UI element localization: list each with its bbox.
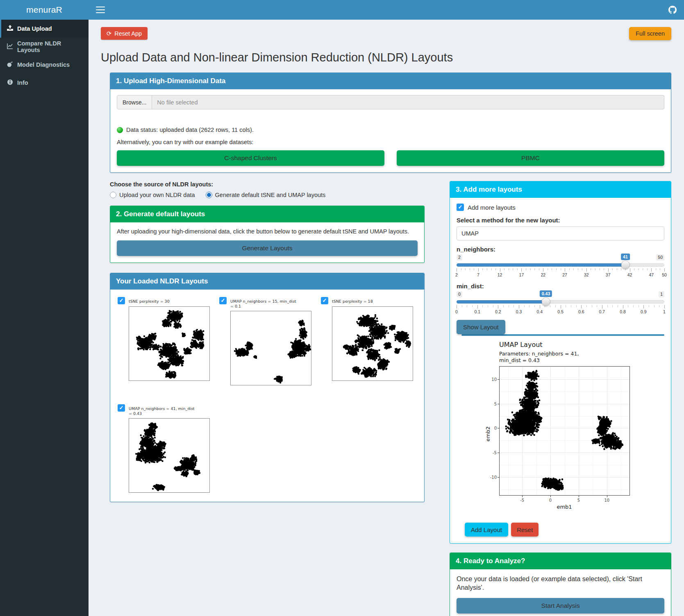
- loaded-layouts-header: Your Loaded NLDR Layouts: [110, 273, 424, 290]
- app-window: menuraR Data UploadCompare NLDR LayoutsM…: [0, 0, 684, 616]
- plot-ylabel: emb2: [485, 426, 491, 442]
- layout-checkbox[interactable]: ✓: [321, 297, 328, 304]
- sidebar-item-compare-nldr-layouts[interactable]: Compare NLDR Layouts: [0, 38, 89, 56]
- info-icon: [7, 79, 13, 86]
- add-more-layouts-label: Add more layouts: [468, 204, 516, 211]
- toolbar: ⟳ Reset App Full screen: [101, 27, 671, 40]
- thumbnail-caption: UMAP n_neighbors = 15, min_dist = 0.1: [230, 299, 299, 309]
- sidebar-item-label: Info: [17, 79, 28, 86]
- github-icon[interactable]: [668, 6, 677, 14]
- source-radio-1[interactable]: Generate default tSNE and UMAP layouts: [206, 192, 326, 198]
- slider-value-badge: 41: [621, 254, 630, 260]
- main-content: ⟳ Reset App Full screen Upload Data and …: [89, 20, 684, 616]
- sidebar-item-model-diagnostics[interactable]: Model Diagnostics: [0, 56, 89, 74]
- analyze-description: Once your data is loaded (or example dat…: [457, 575, 664, 592]
- thumbnail-caption: UMAP n_neighbors = 41, min_dist = 0.43: [129, 406, 198, 416]
- radio-label: Upload your own NLDR data: [119, 192, 195, 198]
- right-column: 3. Add more layouts ✓ Add more layouts S…: [450, 181, 671, 616]
- radio-label: Generate default tSNE and UMAP layouts: [215, 192, 326, 198]
- loaded-layouts-body: ✓tSNE perplexity = 30✓UMAP n_neighbors =…: [110, 290, 424, 502]
- slider-handle[interactable]: [621, 260, 629, 269]
- layout-thumbnail-3: ✓UMAP n_neighbors = 41, min_dist = 0.43: [118, 404, 214, 493]
- sidebar-item-data-upload[interactable]: Data Upload: [0, 20, 89, 38]
- analyze-box-header: 4. Ready to Analyze?: [450, 553, 671, 569]
- thumb-column: tSNE perplexity = 18: [332, 297, 413, 381]
- sidebar-item-info[interactable]: Info: [0, 74, 89, 92]
- page-title: Upload Data and Non-linear Dimension Red…: [101, 51, 671, 64]
- slider-fill: [457, 300, 546, 303]
- layout-checkbox[interactable]: ✓: [118, 404, 125, 412]
- generate-box: 2. Generate default layouts After upload…: [110, 206, 425, 263]
- umap-plot: UMAP Layout Parameters: n_neighbors = 41…: [457, 340, 664, 519]
- slider-0[interactable]: 2504127121722273237424750: [457, 254, 664, 277]
- source-choice: Choose the source of NLDR layouts: Uploa…: [110, 181, 425, 198]
- thumb-column: UMAP n_neighbors = 41, min_dist = 0.43: [129, 404, 210, 493]
- slider-value-badge: 0.43: [540, 290, 552, 297]
- layout-thumbnails: ✓tSNE perplexity = 30✓UMAP n_neighbors =…: [117, 295, 418, 495]
- layout-thumbnail-2: ✓tSNE perplexity = 18: [321, 297, 418, 385]
- add-layout-button[interactable]: Add Layout: [465, 523, 508, 537]
- analyze-box: 4. Ready to Analyze? Once your data is l…: [450, 553, 671, 616]
- file-input: Browse... No file selected: [117, 95, 664, 109]
- method-select[interactable]: UMAP: [457, 226, 664, 240]
- slider-handle[interactable]: [542, 297, 550, 306]
- alt-datasets-text: Alternatively, you can try with our exam…: [117, 139, 664, 145]
- chart-line-icon: [7, 43, 13, 50]
- slider-fill: [457, 263, 625, 267]
- add-more-layouts-checkbox[interactable]: ✓: [457, 204, 464, 211]
- method-select-label: Select a method for the new layout:: [457, 217, 664, 224]
- generate-layouts-button[interactable]: Generate Layouts: [117, 240, 418, 256]
- status-dot-icon: [117, 127, 123, 133]
- sidebar-item-label: Compare NLDR Layouts: [17, 40, 83, 53]
- slider-grid: 00.10.20.30.40.50.60.70.80.91: [457, 305, 664, 314]
- sidebar-item-label: Model Diagnostics: [17, 61, 70, 68]
- reset-app-button[interactable]: ⟳ Reset App: [101, 27, 148, 40]
- layout-thumbnail-1: ✓UMAP n_neighbors = 15, min_dist = 0.1: [219, 297, 316, 385]
- generate-description: After uploading your high-dimensional da…: [117, 228, 418, 235]
- example-cshaped-button[interactable]: C-shaped Clusters: [117, 150, 384, 166]
- slider-label-1: min_dist:: [457, 283, 664, 290]
- add-layouts-header: 3. Add more layouts: [450, 181, 671, 198]
- source-choice-label: Choose the source of NLDR layouts:: [110, 181, 425, 188]
- sidebar-item-label: Data Upload: [17, 25, 52, 32]
- layout-checkbox[interactable]: ✓: [118, 297, 125, 304]
- plot-title: UMAP Layout: [499, 341, 543, 349]
- start-analysis-button[interactable]: Start Analysis: [457, 598, 664, 614]
- add-layouts-box: 3. Add more layouts ✓ Add more layouts S…: [450, 181, 671, 544]
- analyze-box-body: Once your data is loaded (or example dat…: [450, 569, 671, 616]
- radio-unselected-icon[interactable]: [110, 192, 116, 198]
- fullscreen-button[interactable]: Full screen: [629, 27, 671, 40]
- example-pbmc-button[interactable]: PBMC: [397, 150, 664, 166]
- progress-bar: [461, 334, 664, 336]
- slider-max-badge: 50: [656, 254, 664, 260]
- slider-max-badge: 1: [659, 291, 664, 297]
- slider-min-badge: 2: [457, 254, 462, 260]
- left-column: Choose the source of NLDR layouts: Uploa…: [110, 181, 425, 502]
- loaded-layouts-box: Your Loaded NLDR Layouts ✓tSNE perplexit…: [110, 273, 425, 502]
- topbar: menuraR: [0, 0, 684, 20]
- example-buttons: C-shaped Clusters PBMC: [117, 150, 664, 166]
- upload-box: 1. Upload High-Dimensional Data Browse..…: [110, 72, 671, 173]
- browse-button[interactable]: Browse...: [117, 95, 152, 109]
- add-layouts-body: ✓ Add more layouts Select a method for t…: [450, 198, 671, 543]
- radio-selected-icon[interactable]: [206, 192, 212, 198]
- thumbnail-plot: [230, 311, 311, 385]
- reset-layout-button[interactable]: Reset: [511, 523, 539, 537]
- layout-checkbox[interactable]: ✓: [219, 297, 227, 304]
- plot-subtitle: Parameters: n_neighbors = 41, min_dist =…: [499, 351, 579, 364]
- navbar: [89, 0, 684, 20]
- status-text: Data status: uploaded data (2622 rows, 1…: [126, 127, 254, 133]
- sidebar-menu: Data UploadCompare NLDR LayoutsModel Dia…: [0, 20, 89, 92]
- thumbnail-plot: [332, 306, 413, 381]
- upload-icon: [7, 25, 13, 32]
- show-layout-button[interactable]: Show Layout: [457, 320, 505, 334]
- source-radio-0[interactable]: Upload your own NLDR data: [110, 192, 195, 198]
- app-logo: menuraR: [0, 0, 89, 20]
- generate-box-body: After uploading your high-dimensional da…: [110, 222, 424, 263]
- sidebar-toggle-icon[interactable]: [96, 7, 105, 13]
- file-field[interactable]: No file selected: [152, 95, 664, 109]
- thumb-column: UMAP n_neighbors = 15, min_dist = 0.1: [230, 297, 311, 385]
- slider-1[interactable]: 010.4300.10.20.30.40.50.60.70.80.91: [457, 290, 664, 314]
- source-choice-radios: Upload your own NLDR dataGenerate defaul…: [110, 192, 425, 198]
- thumbnail-plot: [129, 306, 210, 381]
